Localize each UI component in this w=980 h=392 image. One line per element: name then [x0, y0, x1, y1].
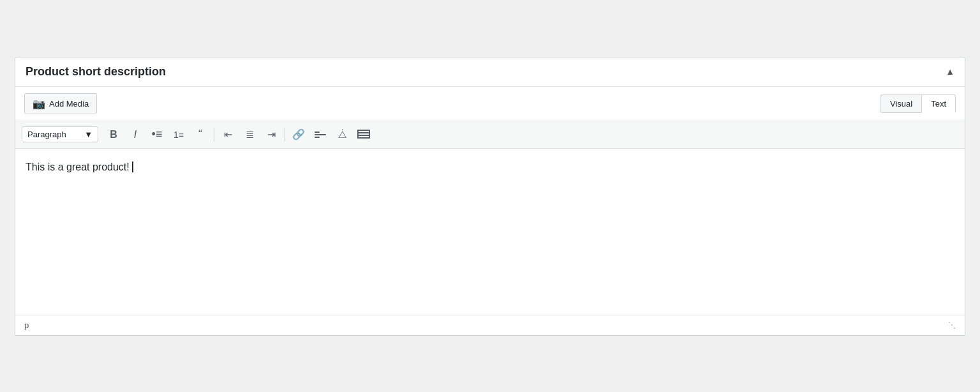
- media-icon: 📷: [33, 98, 45, 110]
- svg-rect-1: [315, 132, 320, 133]
- svg-rect-2: [315, 137, 320, 138]
- svg-rect-7: [357, 130, 359, 139]
- formatting-toolbar: Paragraph ▼ B I •≡ 1≡ “ ⇤ ≣ ⇥ 🔗: [15, 121, 965, 149]
- bold-button[interactable]: B: [103, 125, 124, 144]
- path-label: p: [24, 320, 29, 330]
- status-bar: p ⋱: [15, 315, 965, 335]
- fullscreen-button[interactable]: ⧊: [332, 125, 352, 144]
- paragraph-select[interactable]: Paragraph ▼: [22, 126, 98, 142]
- svg-rect-0: [315, 134, 326, 135]
- editor-content-area[interactable]: This is a great product!: [15, 149, 965, 315]
- tab-text[interactable]: Text: [921, 94, 956, 113]
- view-tabs: Visual Text: [880, 94, 956, 113]
- product-short-description-panel: Product short description ▲ 📷 Add Media …: [15, 57, 965, 336]
- ordered-list-button[interactable]: 1≡: [168, 125, 189, 144]
- align-left-button[interactable]: ⇤: [218, 125, 238, 144]
- svg-rect-8: [369, 130, 370, 139]
- svg-rect-4: [357, 132, 370, 133]
- paragraph-label: Paragraph: [27, 130, 66, 139]
- editor-text: This is a great product!: [26, 162, 130, 172]
- more-tag-button[interactable]: [310, 125, 330, 144]
- tab-visual[interactable]: Visual: [880, 94, 921, 113]
- unordered-list-button[interactable]: •≡: [147, 125, 167, 144]
- panel-header: Product short description ▲: [15, 57, 965, 87]
- resize-handle[interactable]: ⋱: [948, 320, 956, 329]
- collapse-icon[interactable]: ▲: [946, 66, 954, 77]
- svg-rect-3: [357, 130, 370, 131]
- add-media-button[interactable]: 📷 Add Media: [24, 93, 97, 114]
- link-button[interactable]: 🔗: [288, 125, 309, 144]
- toolbar-divider-2: [285, 128, 285, 142]
- svg-rect-6: [357, 137, 370, 139]
- italic-button[interactable]: I: [125, 125, 145, 144]
- panel-title: Product short description: [26, 65, 166, 79]
- add-media-label: Add Media: [49, 99, 89, 109]
- align-right-button[interactable]: ⇥: [261, 125, 281, 144]
- cursor: [130, 162, 133, 172]
- toolbar-divider-1: [214, 128, 214, 142]
- top-toolbar: 📷 Add Media Visual Text: [15, 87, 965, 121]
- toolbar-toggle-button[interactable]: [353, 125, 374, 144]
- svg-rect-5: [357, 135, 370, 136]
- blockquote-button[interactable]: “: [190, 125, 211, 144]
- align-center-button[interactable]: ≣: [239, 125, 260, 144]
- chevron-down-icon: ▼: [84, 130, 93, 139]
